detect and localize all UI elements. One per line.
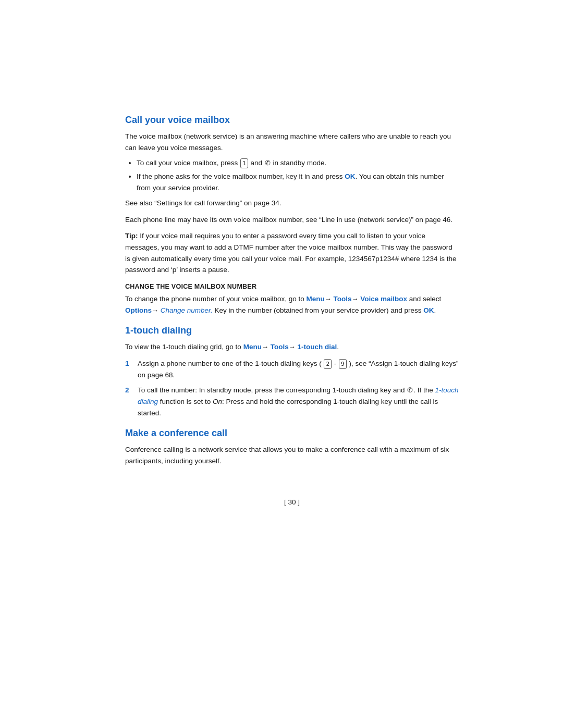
heading-voice-mailbox: Call your voice mailbox [125, 115, 459, 126]
one-touch-content-1: Assign a phone number to one of the 1-to… [138, 358, 459, 380]
heading-conference-call: Make a conference call [125, 428, 459, 439]
one-touch-dial-label: 1-touch dial [297, 343, 337, 351]
section-one-touch-dialing: 1-touch dialing To view the 1-touch dial… [125, 325, 459, 418]
num-1: 1 [125, 358, 132, 380]
subsection-heading-change: CHANGE THE VOICE MAILBOX NUMBER [125, 283, 459, 290]
voice-mailbox-intro: The voice mailbox (network service) is a… [125, 131, 459, 153]
section-voice-mailbox: Call your voice mailbox The voice mailbo… [125, 115, 459, 316]
ok-label-1: OK [345, 172, 355, 180]
section-conference-call: Make a conference call Conference callin… [125, 428, 459, 466]
page-container: Call your voice mailbox The voice mailbo… [0, 0, 563, 728]
tip-block: Tip: If your voice mail requires you to … [125, 230, 459, 275]
menu-label-2: Menu [243, 343, 262, 351]
heading-one-touch: 1-touch dialing [125, 325, 459, 336]
one-touch-list: 1 Assign a phone number to one of the 1-… [125, 358, 459, 418]
on-label: On [213, 398, 222, 405]
ok-label-2: OK [423, 306, 434, 314]
options-label-1: Options [125, 306, 152, 314]
call-icon-2: ✆ [407, 385, 413, 396]
see-also-text: See also “Settings for call forwarding” … [125, 198, 459, 209]
menu-label-1: Menu [306, 295, 324, 303]
key-1-icon: 1 [240, 158, 248, 169]
key-9-icon: 9 [339, 359, 347, 369]
call-icon-1: ✆ [265, 158, 271, 169]
voice-mailbox-bullets: To call your voice mailbox, press 1 and … [137, 157, 459, 193]
one-touch-item-1: 1 Assign a phone number to one of the 1-… [125, 358, 459, 380]
change-number-label: Change number. [161, 306, 213, 314]
each-phone-text: Each phone line may have its own voice m… [125, 214, 459, 226]
one-touch-intro: To view the 1-touch dialing grid, go to … [125, 341, 459, 353]
content-area: Call your voice mailbox The voice mailbo… [125, 31, 459, 506]
tip-label: Tip: [125, 232, 138, 240]
key-2-icon: 2 [324, 359, 332, 369]
change-number-text: To change the phone number of your voice… [125, 293, 459, 316]
bullet-1: To call your voice mailbox, press 1 and … [137, 157, 459, 169]
one-touch-item-2: 2 To call the number: In standby mode, p… [125, 385, 459, 418]
voice-mailbox-label: Voice mailbox [360, 295, 407, 303]
tip-text: If your voice mail requires you to enter… [125, 232, 457, 274]
tools-label-2: Tools [271, 343, 289, 351]
bullet-2: If the phone asks for the voice mailbox … [137, 171, 459, 193]
tools-label-1: Tools [333, 295, 351, 303]
num-2: 2 [125, 385, 132, 418]
conference-call-text: Conference calling is a network service … [125, 444, 459, 466]
one-touch-content-2: To call the number: In standby mode, pre… [138, 385, 459, 418]
page-number: [ 30 ] [125, 498, 459, 506]
